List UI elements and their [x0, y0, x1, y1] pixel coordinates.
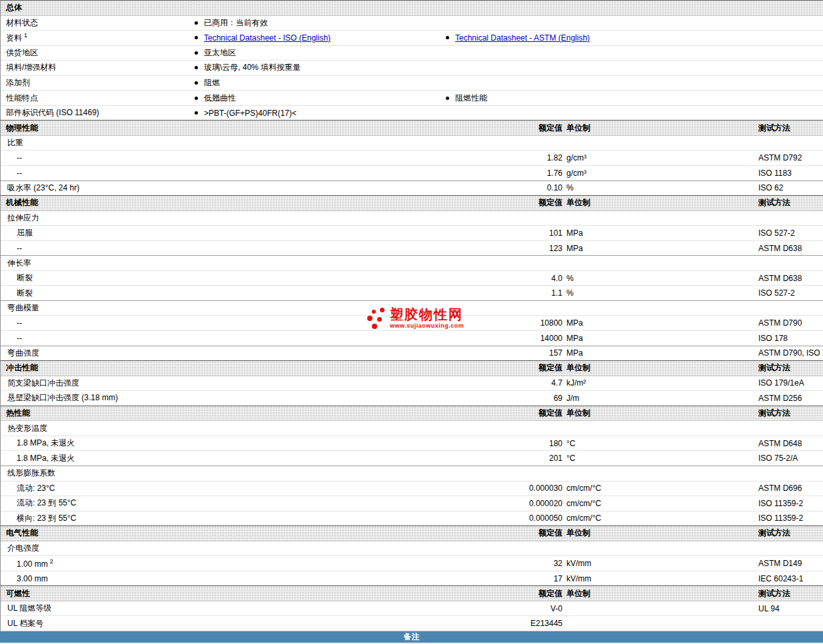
table-row: 悬壁梁缺口冲击强度 (3.18 mm)69J/mASTM D256 — [1, 390, 823, 406]
unit-column-header: 单位制 — [566, 408, 758, 419]
material-datasheet-table: 总体材料状态已商用：当前有效资料1Technical Datasheet - I… — [0, 0, 823, 631]
test-method: ASTM D638 — [758, 244, 823, 253]
bullet-item: >PBT-(GF+PS)40FR(17)< — [191, 109, 442, 118]
section-header: 电气性能额定值单位制测试方法 — [1, 525, 823, 541]
property-value: 0.000030 — [474, 483, 562, 493]
property-value: 0.000050 — [474, 513, 562, 523]
table-row: 吸水率 (23°C, 24 hr)0.10%ISO 62 — [1, 180, 823, 196]
property-value: 0.000020 — [474, 499, 562, 508]
row-label: 部件标识代码 (ISO 11469) — [1, 107, 191, 119]
property-value: 10800 — [474, 318, 562, 328]
table-row: UL 档案号E213445 — [1, 615, 823, 631]
property-value: E213445 — [474, 619, 562, 628]
datasheet-link[interactable]: Technical Datasheet - ASTM (English) — [455, 33, 590, 43]
property-unit: MPa — [566, 318, 758, 328]
property-value: 180 — [474, 439, 562, 448]
property-value: 101 — [474, 228, 562, 238]
test-method: ISO 11359-2 — [758, 499, 823, 508]
section-header: 物理性能额定值单位制测试方法 — [1, 120, 823, 136]
bullet-item: 玻璃\云母, 40% 填料按重量 — [191, 62, 442, 73]
item-text: 已商用：当前有效 — [204, 17, 268, 29]
bullet-icon — [195, 111, 198, 115]
test-method: ISO 11359-2 — [758, 513, 823, 523]
method-column-header: 测试方法 — [758, 197, 823, 208]
test-method: ISO 62 — [758, 183, 823, 192]
property-value: 17 — [474, 574, 562, 583]
bullet-icon — [195, 81, 198, 85]
row-label: 性能特点 — [1, 93, 191, 104]
bullet-item: 已商用：当前有效 — [191, 17, 442, 29]
property-value: V-0 — [474, 604, 562, 613]
bullet-item: 亚太地区 — [191, 47, 442, 59]
property-unit: cm/cm/°C — [566, 483, 758, 493]
property-unit: MPa — [566, 228, 758, 238]
property-label: 伸长率 — [1, 258, 474, 269]
property-unit: g/cm³ — [566, 168, 758, 178]
property-label: 悬壁梁缺口冲击强度 (3.18 mm) — [1, 392, 474, 404]
table-row: 弯曲强度157MPaASTM D790, ISO 178 — [1, 346, 823, 361]
item-text: 低翘曲性 — [204, 93, 236, 104]
table-row: --1.76g/cm³ISO 1183 — [1, 165, 823, 180]
property-label: 横向: 23 到 55°C — [1, 513, 474, 524]
property-unit: cm/cm/°C — [566, 499, 758, 508]
notes-bar: 备注 — [0, 631, 823, 643]
property-label: 线形膨胀系数 — [1, 468, 474, 479]
method-column-header: 测试方法 — [758, 588, 823, 599]
bullet-item: 阻燃 — [191, 77, 442, 89]
property-value: 69 — [474, 394, 562, 403]
unit-column-header: 单位制 — [566, 123, 758, 134]
property-value: 4.0 — [474, 274, 562, 283]
property-label: 吸水率 (23°C, 24 hr) — [1, 182, 474, 194]
bullet-icon — [195, 51, 198, 55]
property-label: 流动: 23 到 55°C — [1, 497, 474, 509]
property-unit: kJ/m² — [566, 378, 758, 388]
table-row: 流动: 23 到 55°C0.000020cm/cm/°CISO 11359-2 — [1, 495, 823, 511]
test-method: ISO 527-2 — [758, 228, 823, 238]
value-column-header: 额定值 — [474, 123, 562, 134]
section-header: 总体 — [1, 0, 823, 16]
test-method: ISO 75-2/A — [758, 454, 823, 463]
table-row: 材料状态已商用：当前有效 — [1, 16, 823, 31]
value-column-header: 额定值 — [474, 588, 562, 599]
unit-column-header: 单位制 — [566, 588, 758, 599]
method-column-header: 测试方法 — [758, 123, 823, 134]
section-title: 机械性能 — [1, 197, 474, 208]
section-title: 热性能 — [1, 408, 474, 419]
section-header: 热性能额定值单位制测试方法 — [1, 406, 823, 422]
property-unit: °C — [566, 439, 758, 448]
table-row: 简支梁缺口冲击强度4.7kJ/m²ISO 179/1eA — [1, 376, 823, 391]
test-method: ASTM D792 — [758, 153, 823, 162]
property-value: 14000 — [474, 334, 562, 343]
section-title: 冲击性能 — [1, 362, 474, 374]
item-text: >PBT-(GF+PS)40FR(17)< — [204, 109, 297, 118]
test-method: ISO 527-2 — [758, 288, 823, 298]
property-unit: °C — [566, 454, 758, 463]
row-label: 资料1 — [1, 32, 191, 44]
table-row: 1.00 mm232kV/mmASTM D149 — [1, 555, 823, 571]
datasheet-link[interactable]: Technical Datasheet - ISO (English) — [204, 33, 331, 43]
row-label: 添加剂 — [1, 77, 191, 89]
property-label: -- — [1, 168, 474, 178]
test-method: ASTM D256 — [758, 394, 823, 403]
row-label: 材料状态 — [1, 17, 191, 29]
table-row: 横向: 23 到 55°C0.000050cm/cm/°CISO 11359-2 — [1, 511, 823, 526]
property-unit: J/m — [566, 394, 758, 403]
bullet-icon — [195, 97, 198, 100]
table-row: 3.00 mm17kV/mmIEC 60243-1 — [1, 571, 823, 586]
test-method: ASTM D790 — [758, 318, 823, 328]
table-row: 伸长率 — [1, 255, 823, 270]
property-value: 201 — [474, 454, 562, 463]
test-method: UL 94 — [758, 604, 823, 613]
method-column-header: 测试方法 — [758, 527, 823, 539]
unit-column-header: 单位制 — [566, 527, 758, 539]
row-label: 填料/增强材料 — [1, 62, 191, 73]
property-unit: g/cm³ — [566, 153, 758, 162]
table-row: UL 阻燃等级V-0UL 94 — [1, 601, 823, 616]
test-method: ASTM D696 — [758, 483, 823, 493]
bullet-icon — [446, 97, 449, 100]
item-text: 亚太地区 — [204, 47, 236, 59]
property-label: -- — [1, 334, 474, 343]
table-row: 性能特点低翘曲性阻燃性能 — [1, 90, 823, 105]
property-label: 断裂 — [1, 272, 474, 284]
value-column-header: 额定值 — [474, 527, 562, 539]
